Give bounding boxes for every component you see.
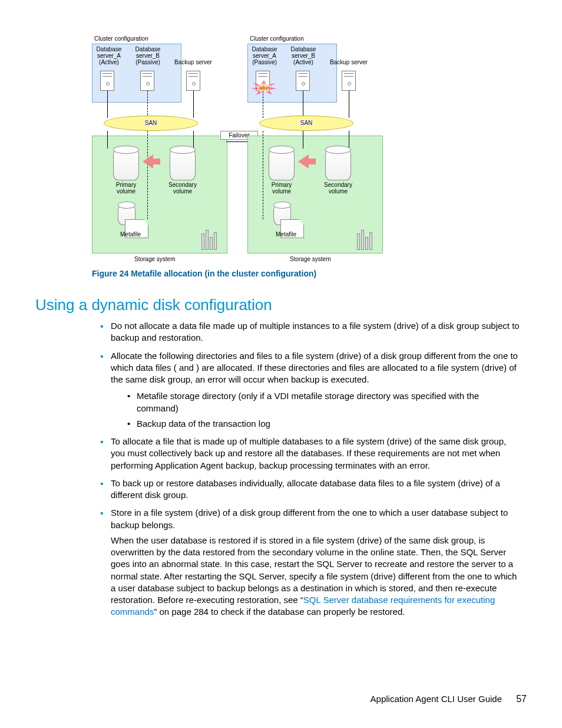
list-item-text: Do not allocate a data file made up of m… — [111, 321, 520, 342]
right-metafile-label: Metafile — [276, 231, 296, 238]
footer-title: Application Agent CLI User Guide — [371, 694, 502, 704]
list-item-text: Metafile storage directory (only if a VD… — [137, 391, 479, 413]
list-item-text: To allocate a file that is made up of mu… — [111, 436, 506, 470]
list-item: To allocate a file that is made up of mu… — [100, 436, 521, 472]
page-footer: Application Agent CLI User Guide 57 — [371, 694, 527, 704]
left-backup-label: Backup server — [174, 59, 212, 65]
right-backup-server-icon — [342, 71, 356, 91]
left-server-b-icon — [140, 71, 154, 91]
right-san: SAN — [259, 116, 353, 131]
list-item: Allocate the following directories and f… — [100, 350, 521, 430]
line — [107, 91, 108, 118]
right-cluster-label: Cluster configuration — [250, 35, 304, 42]
left-secondary-label: Secondary volume — [167, 182, 198, 195]
para-text-b: ” on page 284 to check if the database c… — [154, 607, 405, 617]
left-secondary-cyl — [170, 149, 196, 180]
right-storage-label: Storage system — [290, 256, 330, 262]
list-item-text: Store in a file system (drive) of a disk… — [111, 508, 508, 529]
list-item: Do not allocate a data file made up of m… — [100, 320, 521, 344]
sub-bullet-list: Metafile storage directory (only if a VD… — [127, 390, 521, 430]
line — [349, 131, 349, 149]
figure-area: Cluster configuration Database server_A … — [35, 29, 527, 263]
right-server-a-label: Database server_A (Passive) — [250, 46, 279, 65]
list-item-text: To back up or restore databases individu… — [111, 478, 500, 500]
left-metafile-label: Metafile — [120, 231, 141, 238]
left-server-a-icon — [100, 71, 114, 91]
line — [107, 131, 108, 149]
right-backup-label: Backup server — [330, 59, 368, 65]
line — [303, 91, 303, 118]
right-secondary-cyl — [325, 149, 351, 180]
line — [193, 131, 194, 149]
line — [349, 91, 349, 118]
list-item-paragraph: When the user database is restored if is… — [111, 535, 521, 618]
list-item: Store in a file system (drive) of a disk… — [100, 507, 521, 618]
list-item: To back up or restore databases individu… — [100, 477, 521, 502]
left-server-b-label: Database server_B (Passive) — [133, 46, 163, 65]
right-server-b-icon — [296, 71, 310, 91]
right-secondary-label: Secondary volume — [323, 182, 353, 195]
line — [303, 131, 303, 149]
section-heading: Using a dynamic disk configuration — [35, 296, 527, 314]
left-primary-cyl — [113, 149, 139, 180]
list-item: Backup data of the transaction log — [127, 418, 521, 430]
left-server-a-label: Database server_A (Active) — [94, 46, 124, 65]
left-primary-label: Primary volume — [113, 182, 139, 195]
right-primary-label: Primary volume — [269, 182, 295, 195]
list-item-text: Allocate the following directories and f… — [111, 351, 518, 385]
page-number: 57 — [516, 694, 527, 704]
line — [147, 91, 148, 118]
left-storage-label: Storage system — [134, 256, 175, 262]
line — [193, 91, 194, 118]
right-primary-cyl — [269, 149, 295, 180]
left-cluster-label: Cluster configuration — [94, 35, 148, 42]
line — [147, 131, 148, 219]
arrow-icon — [298, 154, 309, 169]
list-item: Metafile storage directory (only if a VD… — [127, 390, 521, 414]
list-item-text: Backup data of the transaction log — [137, 419, 270, 429]
bullet-list: Do not allocate a data file made up of m… — [100, 320, 521, 618]
left-backup-server-icon — [186, 71, 200, 91]
figure-diagram: Cluster configuration Database server_A … — [92, 29, 390, 263]
right-server-b-label: Database server_B (Active) — [289, 46, 318, 65]
figure-caption: Figure 24 Metafile allocation (in the cl… — [92, 269, 527, 278]
left-san: SAN — [104, 116, 198, 131]
line — [263, 91, 263, 118]
line — [263, 131, 263, 219]
arrow-icon — [143, 154, 153, 169]
